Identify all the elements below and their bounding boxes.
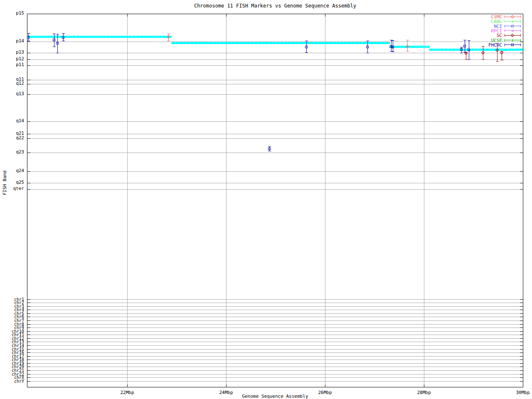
chr-gridline [27, 370, 523, 371]
chr-tickmark-right [520, 342, 523, 342]
y-tickmark-left [27, 53, 30, 53]
y-tickmark-left [27, 59, 30, 60]
fhcrc-errorbar-cap [392, 52, 394, 52]
y-gridline [27, 80, 523, 80]
fhcrc-errorbar-cap [27, 41, 30, 41]
x-tickmark-top [127, 14, 128, 17]
chr-tickmark-left [27, 306, 30, 307]
sc-errorbar-cap [496, 61, 499, 62]
legend-sample-marker [511, 34, 514, 37]
fhcrc-errorbar-cap [62, 33, 65, 34]
legend-sample-marker [511, 21, 514, 22]
y-gridline [27, 121, 523, 122]
y-tick-label: q13 [0, 92, 24, 96]
y-tickmark-right [520, 189, 523, 190]
x-tickmark-top [325, 14, 325, 17]
x-tickmark-bottom [325, 384, 325, 387]
y-tickmark-right [520, 121, 523, 122]
chr-gridline [27, 299, 523, 300]
chr-tickmark-left [27, 331, 30, 332]
chr-tickmark-right [520, 335, 523, 335]
y-tickmark-left [27, 134, 30, 134]
fhcrc-marker [392, 46, 394, 48]
fhcrc-errorbar-cap [468, 59, 470, 60]
legend-sample-cap [520, 39, 521, 42]
chr-gridline [27, 324, 523, 325]
chr-tickmark-left [27, 310, 30, 310]
fhcrc-errorbar-cap [392, 40, 394, 41]
chr-tickmark-right [520, 345, 523, 346]
legend-sample-marker [511, 40, 514, 40]
csmc-errorbar-cap [406, 51, 409, 52]
coverage-band [171, 42, 390, 44]
chr-gridline [27, 377, 523, 378]
chr-tickmark-left [27, 367, 30, 367]
y-tickmark-right [520, 171, 523, 172]
csmc-errorbar-cap [406, 40, 409, 40]
y-tick-label: p15 [0, 11, 24, 15]
chr-gridline [27, 374, 523, 374]
chr-tickmark-left [27, 338, 30, 339]
y-tickmark-left [27, 189, 30, 190]
fhcrc-errorbar-cap [56, 34, 59, 34]
chr-gridline [27, 313, 523, 314]
chr-gridline [27, 352, 523, 353]
chr-tickmark-left [27, 360, 30, 360]
chr-tickmark-left [27, 303, 30, 303]
legend-sample-cap [520, 44, 521, 46]
chr-tickmark-right [520, 331, 523, 332]
legend-sample-cap [520, 30, 521, 32]
chr-tickmark-right [520, 310, 523, 310]
chr-gridline [27, 363, 523, 364]
chr-tickmark-left [27, 381, 30, 382]
chr-tickmark-left [27, 313, 30, 314]
x-tickmark-bottom [523, 384, 523, 387]
y-tick-label: q25 [0, 180, 24, 185]
legend-sample-marker [511, 25, 514, 27]
legend-sample-cap [520, 34, 521, 37]
fhcrc-marker [460, 48, 463, 51]
chr-gridline [27, 328, 523, 328]
y-tick-label: qter [0, 187, 24, 191]
y-tick-label: q14 [0, 119, 24, 123]
legend-sample-cap [505, 39, 505, 42]
chr-tickmark-right [520, 352, 523, 353]
chr-tickmark-right [520, 313, 523, 314]
y-gridline [27, 171, 523, 172]
y-tickmark-right [520, 94, 523, 95]
x-tickmark-top [523, 14, 523, 17]
sc-errorbar-cap [500, 60, 503, 60]
fhcrc-errorbar-cap [56, 53, 59, 53]
x-tickmark-top [226, 14, 227, 17]
y-tick-label: p11 [0, 63, 24, 67]
sc-errorbar-cap [482, 59, 485, 60]
legend-sample-cap [505, 20, 505, 22]
legend-sample-cap [505, 34, 505, 37]
legend-sample-marker [511, 44, 514, 46]
chr-tickmark-left [27, 328, 30, 328]
fhcrc-marker [366, 46, 369, 48]
y-gridline [27, 183, 523, 183]
chr-tickmark-right [520, 349, 523, 350]
fhcrc-errorbar-cap [53, 47, 56, 47]
chr-gridline [27, 306, 523, 307]
y-gridline [27, 153, 523, 153]
legend-sample-marker [511, 15, 514, 18]
y-gridline [27, 138, 523, 139]
x-tickmark-bottom [127, 384, 128, 387]
y-tick-label: p14 [0, 39, 24, 43]
y-tickmark-right [520, 53, 523, 53]
fhcrc-marker [305, 46, 308, 48]
chr-gridline [27, 381, 523, 382]
y-tickmark-right [520, 183, 523, 183]
chr-tickmark-right [520, 374, 523, 374]
y-tickmark-right [520, 59, 523, 60]
y-gridline [27, 94, 523, 95]
chr-tickmark-left [27, 374, 30, 374]
legend-sample-cap [520, 15, 521, 18]
y-tickmark-right [520, 84, 523, 84]
fhcrc-errorbar-cap [268, 151, 271, 151]
chr-gridline [27, 349, 523, 350]
x-tickmark-bottom [424, 384, 424, 387]
y-tickmark-left [27, 121, 30, 122]
